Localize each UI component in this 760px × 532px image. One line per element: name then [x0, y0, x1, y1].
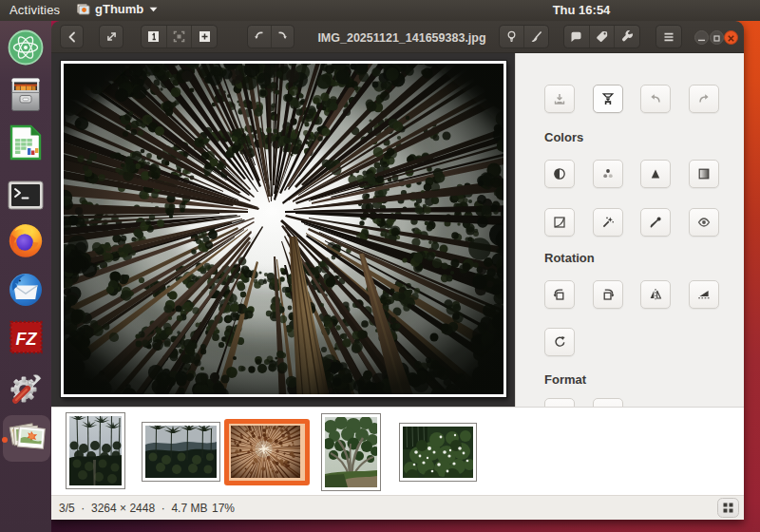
svg-text:FZ: FZ [16, 330, 38, 349]
